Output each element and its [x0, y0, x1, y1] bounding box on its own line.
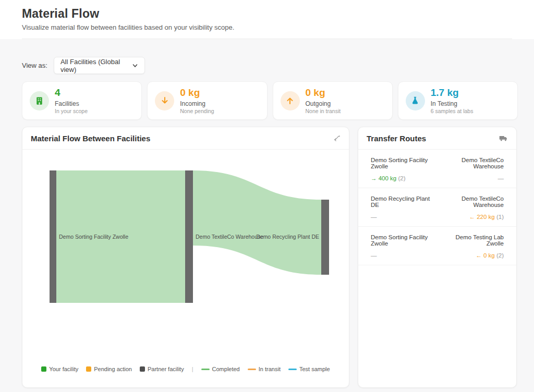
route-inbound-value: ← 0 kg (2) — [476, 252, 504, 259]
stat-card-outgoing: 0 kg Outgoing None in transit — [273, 81, 393, 120]
sankey-chart: Demo Sorting Facility Zwolle Demo Textil… — [22, 150, 349, 372]
sankey-node-recycling[interactable] — [321, 200, 329, 275]
transfer-routes-panel-header: Transfer Routes — [358, 127, 516, 150]
route-to: Demo TextileCo Warehouse — [437, 195, 504, 208]
stat-value: 4 — [55, 87, 88, 99]
legend-label: Completed — [212, 366, 240, 372]
pending-action-swatch-icon — [86, 366, 91, 372]
sankey-node-label: Demo Recycling Plant DE — [256, 234, 319, 240]
stat-label: In Testing — [431, 100, 474, 108]
material-flow-panel-title: Material Flow Between Facilities — [31, 134, 150, 143]
route-to: Demo Testing Lab Zwolle — [443, 234, 504, 247]
building-icon — [30, 91, 49, 111]
legend-label: Pending action — [94, 366, 132, 372]
route-row[interactable]: Demo Sorting Facility Zwolle Demo Testin… — [358, 227, 516, 265]
legend-item-completed: Completed — [201, 366, 240, 372]
legend-label: Test sample — [299, 366, 330, 372]
route-inbound-value: ← 220 kg (1) — [469, 214, 504, 220]
stat-sublabel: 6 samples at labs — [431, 108, 474, 115]
material-flow-panel-header: Material Flow Between Facilities — [22, 127, 349, 150]
sankey-node-sorting[interactable] — [50, 170, 56, 303]
completed-line-icon — [201, 369, 210, 370]
stat-sublabel: None pending — [180, 108, 214, 115]
legend-label: Partner facility — [148, 366, 184, 372]
material-flow-panel: Material Flow Between Facilities — [22, 127, 349, 388]
route-outbound-value: — — [371, 214, 377, 220]
route-to: Demo TextileCo Warehouse — [440, 157, 504, 169]
legend-item-pending-action: Pending action — [86, 366, 132, 372]
stat-label: Incoming — [180, 100, 214, 108]
flow-icon — [333, 134, 341, 142]
route-outbound-value: — — [371, 252, 377, 259]
route-from: Demo Sorting Facility Zwolle — [371, 234, 439, 247]
route-row[interactable]: Demo Recycling Plant DE Demo TextileCo W… — [358, 188, 516, 227]
legend-label: Your facility — [49, 366, 78, 372]
route-inbound-value: — — [498, 175, 504, 181]
stat-sublabel: None in transit — [306, 108, 341, 115]
content-area: View as: All Facilities (Global view) 4 … — [0, 39, 534, 392]
stat-cards-row: 4 Facilities In your scope 0 kg Incoming… — [22, 81, 518, 120]
stat-value: 0 kg — [306, 87, 341, 99]
flask-icon — [406, 91, 425, 111]
transfer-routes-panel-title: Transfer Routes — [367, 134, 426, 143]
legend-item-in-transit: In transit — [248, 366, 281, 372]
stat-card-incoming: 0 kg Incoming None pending — [147, 81, 267, 120]
route-row[interactable]: Demo Sorting Facility Zwolle Demo Textil… — [358, 150, 516, 188]
chevron-down-icon — [132, 63, 138, 69]
test-sample-line-icon — [288, 369, 297, 370]
route-from: Demo Sorting Facility Zwolle — [371, 157, 436, 169]
sankey-link-warehouse-recycling[interactable] — [193, 170, 321, 275]
arrow-down-icon — [155, 91, 174, 111]
legend-item-partner-facility: Partner facility — [140, 366, 184, 372]
stat-card-facilities: 4 Facilities In your scope — [22, 81, 142, 120]
view-as-dropdown[interactable]: All Facilities (Global view) — [54, 57, 145, 74]
legend-item-test-sample: Test sample — [288, 366, 330, 372]
route-from: Demo Recycling Plant DE — [371, 195, 433, 208]
page-header: Material Flow Visualize material flow be… — [0, 0, 534, 39]
page-title: Material Flow — [22, 7, 512, 21]
arrow-up-icon — [281, 91, 300, 111]
view-as-row: View as: All Facilities (Global view) — [22, 57, 518, 74]
stat-card-in-testing: 1.7 kg In Testing 6 samples at labs — [398, 81, 518, 120]
legend-label: In transit — [259, 366, 281, 372]
view-as-selected: All Facilities (Global view) — [60, 58, 127, 74]
legend-separator: | — [192, 366, 193, 372]
stat-value: 1.7 kg — [431, 87, 474, 99]
partner-facility-swatch-icon — [140, 366, 145, 372]
sankey-node-label: Demo Sorting Facility Zwolle — [59, 234, 128, 240]
legend-item-your-facility: Your facility — [41, 366, 78, 372]
stat-value: 0 kg — [180, 87, 214, 99]
stat-label: Facilities — [55, 100, 88, 108]
stat-sublabel: In your scope — [55, 108, 88, 115]
stat-label: Outgoing — [306, 100, 341, 108]
sankey-legend: Your facility Pending action Partner fac… — [22, 366, 349, 372]
route-list: Demo Sorting Facility Zwolle Demo Textil… — [358, 150, 516, 265]
route-outbound-value: → 400 kg (2) — [371, 175, 406, 181]
view-as-label: View as: — [22, 62, 47, 69]
sankey-node-warehouse[interactable] — [185, 170, 193, 303]
your-facility-swatch-icon — [41, 366, 46, 372]
in-transit-line-icon — [248, 369, 256, 370]
sankey-node-label: Demo TextileCo Warehouse — [196, 234, 263, 240]
transfer-routes-panel: Transfer Routes Demo Sorting Facility Zw… — [358, 127, 517, 388]
page-subtitle: Visualize material flow between faciliti… — [22, 23, 512, 31]
truck-icon — [499, 134, 508, 143]
